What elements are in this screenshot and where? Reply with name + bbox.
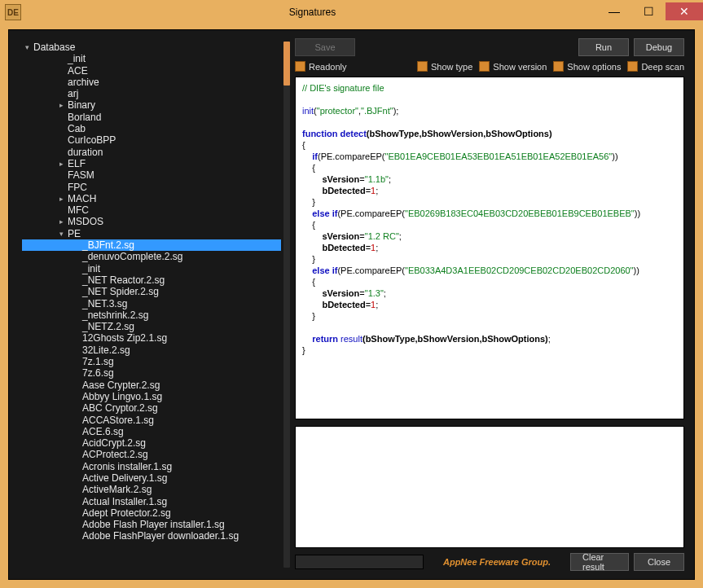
tree-item[interactable]: _NETZ.2.sg [22, 321, 281, 332]
tree-item[interactable]: FPC [22, 182, 281, 193]
show-version-checkbox[interactable]: Show version [479, 61, 547, 72]
tree-item[interactable]: Borland [22, 112, 281, 123]
deep-scan-checkbox[interactable]: Deep scan [627, 61, 684, 72]
window-title: Signatures [28, 7, 597, 18]
tree-item[interactable]: Adobe Flash Player installer.1.sg [22, 519, 281, 530]
run-button[interactable]: Run [578, 38, 629, 56]
tree-item[interactable]: _BJFnt.2.sg [22, 239, 281, 251]
tree-item[interactable]: Aase Crypter.2.sg [22, 380, 281, 391]
tree-item[interactable]: _NET.3.sg [22, 298, 281, 309]
show-options-checkbox[interactable]: Show options [553, 61, 621, 72]
close-button[interactable]: Close [634, 553, 684, 571]
tree-item[interactable]: 32Lite.2.sg [22, 344, 281, 356]
tree-item[interactable]: _NET Reactor.2.sg [22, 274, 281, 286]
save-button[interactable]: Save [295, 38, 355, 56]
tree-item[interactable]: 12Ghosts Zip2.1.sg [22, 332, 281, 344]
app-icon: DE [5, 4, 21, 20]
tree-item[interactable]: ABC Cryptor.2.sg [22, 402, 281, 414]
tree-item[interactable]: Adobe FlashPlayer downloader.1.sg [22, 530, 281, 542]
titlebar: DE Signatures — ☐ ✕ [0, 0, 703, 24]
clear-result-button[interactable]: Clear result [570, 553, 629, 571]
tree-item[interactable]: _netshrink.2.sg [22, 309, 281, 321]
progress-bar [295, 555, 424, 569]
code-editor[interactable]: // DIE's signature file init("protector"… [295, 77, 684, 419]
tree-item[interactable]: ACE [22, 65, 281, 77]
tree-item[interactable]: archive [22, 77, 281, 88]
tree-item[interactable]: Cab [22, 123, 281, 134]
signature-tree[interactable]: ▾Database_initACEarchivearj▸BinaryBorlan… [22, 42, 281, 568]
tree-item[interactable]: Abbyy Lingvo.1.sg [22, 391, 281, 402]
tree-item[interactable]: Adept Protector.2.sg [22, 507, 281, 519]
tree-item[interactable]: _NET Spider.2.sg [22, 286, 281, 297]
tree-item[interactable]: 7z.6.sg [22, 367, 281, 379]
readonly-checkbox[interactable]: Readonly [295, 61, 346, 72]
show-type-checkbox[interactable]: Show type [417, 61, 472, 72]
tree-item[interactable]: arj [22, 88, 281, 99]
tree-item[interactable]: FASM [22, 169, 281, 181]
tree-item[interactable]: _init [22, 53, 281, 64]
minimize-button[interactable]: — [597, 2, 631, 20]
tree-item[interactable]: AcidCrypt.2.sg [22, 437, 281, 449]
tree-item[interactable]: ▸Binary [22, 99, 281, 111]
tree-item[interactable]: CurIcoBPP [22, 134, 281, 146]
tree-item[interactable]: 7z.1.sg [22, 356, 281, 367]
credit-label: AppNee Freeware Group. [428, 557, 565, 567]
tree-item[interactable]: ▸MACH [22, 193, 281, 204]
tree-item[interactable]: Active Delivery.1.sg [22, 472, 281, 484]
output-panel[interactable] [295, 426, 684, 548]
maximize-button[interactable]: ☐ [631, 2, 666, 20]
tree-item[interactable]: MFC [22, 204, 281, 216]
scrollbar-thumb[interactable] [283, 42, 290, 86]
tree-item[interactable]: Actual Installer.1.sg [22, 496, 281, 507]
tree-item[interactable]: ACProtect.2.sg [22, 449, 281, 460]
tree-item[interactable]: ▾PE [22, 228, 281, 239]
tree-item[interactable]: ▸ELF [22, 158, 281, 169]
tree-item[interactable]: duration [22, 147, 281, 158]
tree-item[interactable]: ActiveMark.2.sg [22, 484, 281, 495]
tree-item[interactable]: ACCAStore.1.sg [22, 415, 281, 426]
window-close-button[interactable]: ✕ [666, 2, 703, 20]
tree-item[interactable]: _denuvoComplete.2.sg [22, 251, 281, 262]
tree-item[interactable]: ACE.6.sg [22, 426, 281, 437]
tree-item[interactable]: _init [22, 263, 281, 274]
tree-scrollbar[interactable] [283, 42, 290, 568]
debug-button[interactable]: Debug [634, 38, 684, 56]
tree-root-node[interactable]: ▾Database [22, 42, 281, 53]
tree-item[interactable]: ▸MSDOS [22, 216, 281, 227]
tree-item[interactable]: Acronis installer.1.sg [22, 461, 281, 472]
